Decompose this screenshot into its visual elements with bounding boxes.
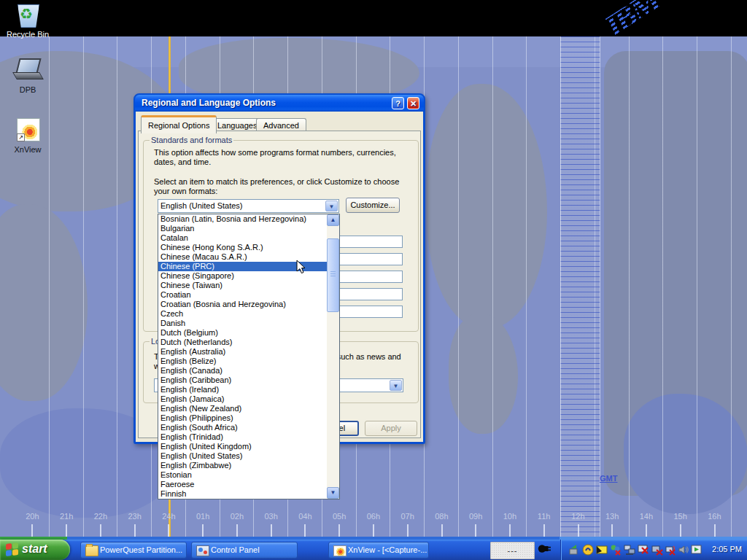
hour-label: 21h: [50, 512, 84, 524]
hour-label: 12h: [561, 512, 595, 524]
hour-labels-row: 20h21h22h23h24h01h02h03h04h05h06h07h08h0…: [15, 512, 732, 524]
hour-label: 06h: [357, 512, 391, 524]
scroll-up-icon[interactable]: ▲: [327, 214, 339, 226]
control-panel-icon: [196, 545, 209, 556]
language-option[interactable]: Dutch (Netherlands): [158, 338, 328, 347]
taskbar-task-button[interactable]: PowerQuest Partition...: [80, 542, 187, 559]
close-button[interactable]: ✕: [407, 97, 419, 109]
taskbar-clock[interactable]: 2:05 PM: [712, 545, 742, 553]
desktop-icon-recycle-bin[interactable]: ♻ Recycle Bin: [0, 3, 55, 39]
language-option[interactable]: Estonian: [158, 470, 328, 480]
scrollbar-thumb[interactable]: [327, 238, 339, 312]
update-notify-icon[interactable]: [596, 544, 608, 556]
taskbar-task-button[interactable]: XnView - [<Capture-...: [328, 542, 429, 559]
hour-label: 10h: [493, 512, 527, 524]
format-combobox-value: English (United States): [160, 201, 243, 210]
windows-flag-icon: [6, 542, 19, 557]
system-tray: 2:05 PM: [560, 540, 747, 560]
language-option[interactable]: English (South Africa): [158, 423, 328, 432]
hour-label: 16h: [697, 512, 732, 524]
xnview-icon: [333, 545, 347, 556]
taskbar: start PowerQuest Partition... Control Pa…: [0, 540, 747, 560]
start-button[interactable]: start: [0, 540, 70, 560]
hour-label: 22h: [84, 512, 118, 524]
language-option[interactable]: English (Caribbean): [158, 376, 328, 385]
language-option[interactable]: Catalan: [158, 233, 328, 243]
language-option[interactable]: Dutch (Belgium): [158, 328, 328, 338]
language-option[interactable]: Danish: [158, 319, 328, 328]
gmt-meridian-band: [560, 36, 600, 540]
hour-label: 13h: [595, 512, 630, 524]
language-option[interactable]: English (United States): [158, 451, 328, 461]
chevron-down-icon[interactable]: ▼: [390, 380, 402, 391]
language-option[interactable]: English (Philippines): [158, 413, 328, 423]
mouse-cursor: [296, 260, 306, 276]
customize-button[interactable]: Customize...: [346, 198, 400, 213]
hour-label: 14h: [630, 512, 664, 524]
power-adapter-icon[interactable]: [568, 544, 580, 556]
dialog-title: Regional and Language Options: [142, 98, 276, 108]
language-option[interactable]: English (New Zealand): [158, 404, 328, 413]
network-error-icon[interactable]: [651, 544, 663, 556]
recycle-bin-icon: ♻: [14, 3, 42, 28]
language-option[interactable]: Chinese (Taiwan): [158, 281, 328, 290]
scroll-down-icon[interactable]: ▼: [327, 487, 339, 499]
hour-label: 07h: [390, 512, 425, 524]
language-option[interactable]: Chinese (Hong Kong S.A.R.): [158, 243, 328, 252]
language-option[interactable]: English (Ireland): [158, 385, 328, 394]
volume-icon[interactable]: [678, 544, 689, 556]
apply-button[interactable]: Apply: [365, 421, 417, 436]
language-deskband[interactable]: ---: [490, 542, 535, 559]
language-list-scrollbar[interactable]: ▲ ▼: [327, 214, 339, 499]
hour-label: 08h: [425, 512, 459, 524]
hour-label: 01h: [186, 512, 220, 524]
folder-icon: [85, 545, 98, 556]
gmt-label: GMT: [600, 474, 617, 483]
taskbar-task-button[interactable]: Control Panel: [191, 542, 298, 559]
language-option[interactable]: English (Belize): [158, 357, 328, 366]
chevron-down-icon[interactable]: ▼: [325, 201, 338, 211]
agent-help-icon[interactable]: [582, 544, 594, 556]
hour-label: 11h: [527, 512, 561, 524]
screen: GMT 20h21h22h23h24h01h02h03h04h05h06h07h…: [0, 0, 747, 560]
language-option[interactable]: Czech: [158, 309, 328, 319]
language-option[interactable]: English (Trinidad): [158, 432, 328, 442]
desktop-icon-xnview[interactable]: ↗ XnView: [0, 118, 55, 154]
language-option[interactable]: English (Canada): [158, 366, 328, 376]
language-list: ▲ ▼ Bosnian (Latin, Bosnia and Herzegovi…: [158, 214, 340, 499]
language-option[interactable]: Faeroese: [158, 480, 328, 489]
hour-label: 05h: [322, 512, 357, 524]
language-option[interactable]: Croatian: [158, 290, 328, 300]
network-share-icon[interactable]: [624, 544, 635, 556]
hour-label: 03h: [254, 512, 288, 524]
power-plug-icon[interactable]: [538, 543, 551, 556]
standards-instruction-line1: Select an item to match its preferences,…: [154, 177, 399, 187]
hour-ticks: [15, 524, 732, 537]
display-error-icon[interactable]: [638, 544, 649, 556]
language-option[interactable]: Bulgarian: [158, 224, 328, 233]
top-black-band: IBM: [0, 0, 747, 36]
standards-group-caption: Standards and formats: [150, 136, 233, 144]
help-button[interactable]: ?: [392, 97, 404, 109]
language-option[interactable]: English (Australia): [158, 347, 328, 357]
wireless-error-icon[interactable]: [665, 544, 677, 556]
tab[interactable]: Regional Options: [141, 115, 217, 133]
language-option[interactable]: English (Jamaica): [158, 394, 328, 404]
hour-label: 23h: [117, 512, 152, 524]
messenger-offline-icon[interactable]: [610, 544, 622, 556]
xnview-icon: ↗: [14, 118, 42, 143]
language-option[interactable]: English (United Kingdom): [158, 442, 328, 451]
desktop-icon-dpb[interactable]: DPB: [0, 58, 55, 94]
laptop-icon: [14, 58, 42, 83]
removable-drive-icon[interactable]: [691, 544, 703, 556]
language-option[interactable]: Bosnian (Latin, Bosnia and Herzegovina): [158, 214, 328, 224]
hour-label: 02h: [220, 512, 255, 524]
standards-instruction-line2: your own formats:: [154, 187, 217, 196]
format-combobox[interactable]: English (United States) ▼: [158, 199, 339, 213]
language-option[interactable]: Croatian (Bosnia and Herzegovina): [158, 300, 328, 309]
dialog-titlebar[interactable]: Regional and Language Options ? ✕: [135, 95, 424, 112]
language-option[interactable]: English (Zimbabwe): [158, 461, 328, 470]
hour-label: 15h: [663, 512, 697, 524]
hour-label: 20h: [15, 512, 50, 524]
language-option[interactable]: Finnish: [158, 489, 328, 499]
